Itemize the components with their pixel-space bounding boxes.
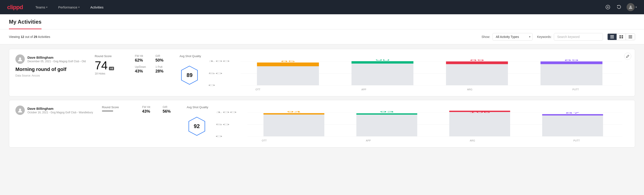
view-list-full-button[interactable] bbox=[626, 34, 635, 40]
stats-section: FW Hit 62% GIR 50% Up/Down 43% 1 Putt 28… bbox=[135, 54, 170, 74]
nav-item-activities[interactable]: Activities bbox=[88, 1, 105, 14]
viewing-text: Viewing 12 out of 29 Activities bbox=[9, 35, 477, 38]
quality-section: Avg Shot Quality 92 100 50 0 bbox=[187, 106, 628, 142]
activity-type-select[interactable]: All Activity Types bbox=[492, 33, 533, 40]
edit-button[interactable] bbox=[624, 53, 631, 60]
page-header: My Activities bbox=[0, 14, 644, 30]
svg-rect-31 bbox=[446, 61, 508, 64]
user-name: Dave Billingham bbox=[28, 56, 86, 59]
quality-inner: 89 100 50 0 bbox=[180, 60, 628, 91]
chart-labels: OTT APP ARG PUTT bbox=[212, 139, 628, 142]
gir-value: 56% bbox=[163, 109, 178, 114]
chart-label-ott: OTT bbox=[205, 88, 311, 91]
activity-type-select-wrapper: All Activity Types ▾ bbox=[492, 33, 533, 40]
user-row: Dave Billingham December 05, 2021 - Gog … bbox=[16, 54, 86, 64]
svg-rect-5 bbox=[610, 36, 614, 37]
view-grid-button[interactable] bbox=[617, 34, 626, 40]
gir-value: 50% bbox=[155, 58, 170, 63]
big-score: 74 bbox=[94, 60, 108, 71]
nav-item-teams[interactable]: Teams ▾ bbox=[34, 1, 49, 14]
activity-card: Dave Billingham December 05, 2021 - Gog … bbox=[9, 49, 635, 96]
chart-label-putt: PUTT bbox=[522, 88, 628, 91]
chart-label-putt: PUTT bbox=[524, 139, 628, 142]
svg-rect-34 bbox=[541, 61, 602, 64]
updown-stat: Up/Down 43% bbox=[135, 65, 150, 74]
add-button[interactable] bbox=[604, 4, 612, 11]
logo[interactable]: clippd bbox=[7, 4, 23, 11]
nav-label-performance: Performance bbox=[58, 5, 78, 9]
svg-rect-9 bbox=[620, 37, 621, 38]
quality-section: Avg Shot Quality 89 100 50 0 bbox=[180, 54, 628, 91]
user-row: Dave Billingham October 16, 2021 - Gog M… bbox=[16, 106, 93, 115]
chart-label-ott: OTT bbox=[212, 139, 316, 142]
svg-text:0: 0 bbox=[215, 135, 222, 138]
svg-rect-50 bbox=[449, 111, 510, 136]
fw-hit-stat: FW Hit 62% bbox=[135, 54, 150, 63]
svg-rect-14 bbox=[628, 38, 632, 38]
bar-chart: 100 50 0 94 93 bbox=[212, 111, 628, 142]
svg-point-15 bbox=[19, 58, 21, 60]
data-source: Data Source: Arccos bbox=[16, 74, 86, 77]
svg-text:93: 93 bbox=[380, 111, 394, 113]
fw-hit-label: FW Hit bbox=[135, 54, 150, 58]
card-left: Dave Billingham October 16, 2021 - Gog M… bbox=[16, 106, 93, 118]
svg-rect-27 bbox=[352, 61, 414, 85]
svg-rect-53 bbox=[542, 114, 603, 136]
fw-hit-stat: FW Hit 43% bbox=[142, 106, 157, 114]
svg-rect-12 bbox=[628, 36, 632, 36]
round-score-section: Round Score 74 +4 18 Holes bbox=[94, 54, 126, 75]
svg-point-3 bbox=[630, 6, 632, 7]
hex-score: 92 bbox=[187, 116, 207, 136]
avatar bbox=[626, 3, 635, 11]
performance-chevron-icon: ▾ bbox=[78, 6, 80, 9]
gir-label: GIR bbox=[163, 106, 178, 109]
quality-score-number: 89 bbox=[186, 72, 192, 78]
refresh-button[interactable] bbox=[616, 4, 622, 11]
user-info: Dave Billingham December 05, 2021 - Gog … bbox=[28, 56, 86, 63]
gir-stat: GIR 50% bbox=[155, 54, 170, 63]
gir-label: GIR bbox=[155, 54, 170, 58]
activity-title: Morning round of golf bbox=[16, 66, 86, 72]
round-score-label: Round Score bbox=[102, 106, 133, 109]
stats-grid: FW Hit 62% GIR 50% Up/Down 43% 1 Putt 28… bbox=[135, 54, 170, 74]
hex-score: 89 bbox=[180, 65, 200, 85]
viewing-total: 29 bbox=[34, 35, 37, 38]
user-info: Dave Billingham October 16, 2021 - Gog M… bbox=[28, 107, 93, 114]
user-avatar-button[interactable]: ▾ bbox=[626, 3, 637, 11]
svg-rect-54 bbox=[542, 114, 603, 116]
chart-labels: OTT APP ARG PUTT bbox=[205, 88, 628, 91]
nav-label-teams: Teams bbox=[36, 5, 45, 9]
svg-rect-30 bbox=[446, 61, 508, 85]
stats-section: FW Hit 43% GIR 56% bbox=[142, 106, 178, 114]
svg-rect-11 bbox=[628, 35, 632, 36]
svg-text:85: 85 bbox=[281, 60, 295, 62]
nav-item-performance[interactable]: Performance ▾ bbox=[56, 1, 82, 14]
round-score-label: Round Score bbox=[94, 54, 126, 58]
avatar bbox=[16, 106, 25, 115]
svg-text:50: 50 bbox=[215, 123, 230, 126]
chart-label-app: APP bbox=[311, 88, 417, 91]
viewing-count: 12 bbox=[21, 35, 24, 38]
bar-chart-svg: 100 50 0 94 93 bbox=[212, 111, 628, 138]
svg-text:50: 50 bbox=[208, 72, 223, 74]
quality-score-number: 92 bbox=[194, 123, 200, 130]
chart-label-arg: ARG bbox=[420, 139, 524, 142]
show-filter-group: Show: All Activity Types ▾ bbox=[482, 33, 533, 40]
svg-rect-28 bbox=[352, 61, 414, 64]
svg-rect-33 bbox=[541, 61, 602, 85]
fw-hit-label: FW Hit bbox=[142, 106, 157, 109]
quality-label: Avg Shot Quality bbox=[180, 54, 628, 58]
one-putt-stat: 1 Putt 28% bbox=[155, 65, 170, 74]
one-putt-value: 28% bbox=[155, 69, 170, 74]
search-input[interactable] bbox=[554, 33, 603, 40]
svg-text:0: 0 bbox=[208, 84, 215, 86]
user-date: October 16, 2021 - Gog Magog Golf Club -… bbox=[28, 111, 93, 114]
bar-chart: 100 50 0 85 bbox=[205, 60, 628, 91]
fw-hit-value: 43% bbox=[142, 109, 157, 114]
chart-label-arg: ARG bbox=[417, 88, 523, 91]
svg-rect-44 bbox=[263, 113, 324, 136]
gir-stat: GIR 56% bbox=[163, 106, 178, 114]
page-title: My Activities bbox=[9, 14, 42, 29]
card-left: Dave Billingham December 05, 2021 - Gog … bbox=[16, 54, 86, 77]
view-list-compact-button[interactable] bbox=[608, 34, 617, 40]
